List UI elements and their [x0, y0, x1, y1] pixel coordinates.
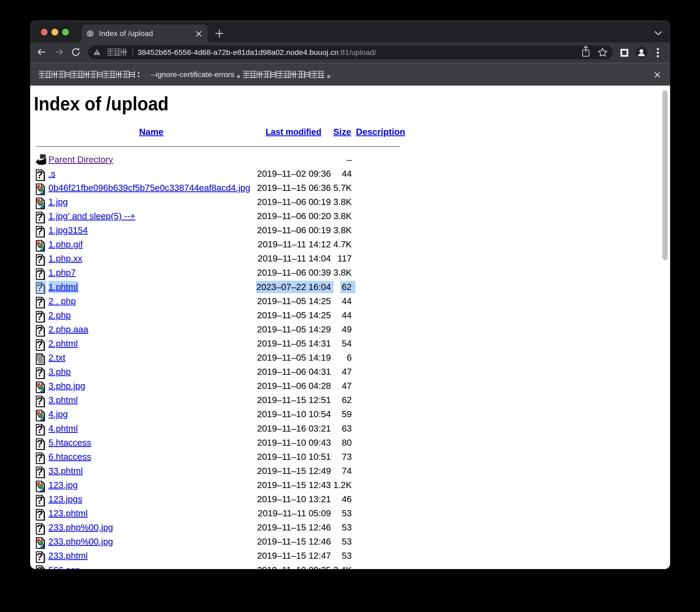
svg-text:?: ? [37, 339, 43, 350]
svg-text:?: ? [37, 552, 43, 563]
svg-text:?: ? [37, 523, 43, 534]
svg-text:?: ? [37, 467, 43, 478]
svg-text:?: ? [37, 424, 43, 435]
svg-text:?: ? [37, 212, 43, 223]
svg-text:?: ? [37, 325, 43, 336]
svg-text:?: ? [37, 495, 43, 506]
svg-text:?: ? [37, 254, 43, 265]
svg-text:?: ? [37, 297, 43, 308]
svg-text:?: ? [37, 268, 43, 280]
svg-text:?: ? [37, 509, 43, 520]
svg-text:?: ? [37, 452, 43, 463]
svg-text:?: ? [37, 282, 43, 294]
svg-text:?: ? [37, 367, 43, 378]
svg-text:?: ? [37, 566, 43, 569]
svg-text:?: ? [37, 226, 43, 237]
svg-text:?: ? [37, 169, 43, 180]
svg-text:?: ? [37, 438, 43, 449]
svg-text:?: ? [37, 396, 43, 407]
svg-text:?: ? [37, 311, 43, 322]
